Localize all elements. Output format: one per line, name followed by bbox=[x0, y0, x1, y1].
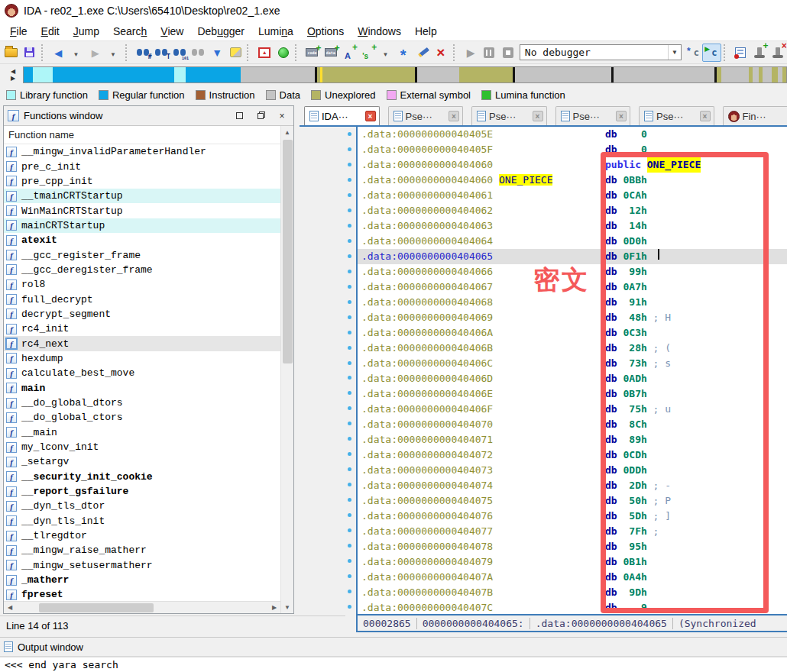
function-row[interactable]: __do_global_ctors bbox=[4, 410, 280, 425]
menu-item-edit[interactable]: Edit bbox=[34, 23, 66, 40]
function-row[interactable]: __mingw_invalidParameterHandler bbox=[4, 144, 280, 159]
listing-line[interactable]: .data:000000000040406Ddb 0ADh bbox=[358, 371, 787, 386]
function-row[interactable]: mainCRTStartup bbox=[4, 218, 280, 233]
back-history-dropdown-button[interactable] bbox=[67, 44, 86, 62]
search-immediate-button[interactable]: # bbox=[134, 44, 152, 62]
tab-close-icon[interactable] bbox=[616, 111, 627, 121]
run-to-cursor-button[interactable] bbox=[702, 44, 721, 62]
horizontal-scrollbar[interactable]: ◀ ▶ bbox=[4, 601, 280, 613]
debugger-select[interactable]: No debugger bbox=[520, 44, 682, 60]
listing-line[interactable]: .data:000000000040405Edb 0 bbox=[358, 127, 787, 142]
create-name-button[interactable] bbox=[340, 44, 358, 62]
function-row[interactable]: main bbox=[4, 381, 280, 396]
function-row[interactable]: __gcc_register_frame bbox=[4, 247, 280, 262]
listing-line[interactable]: .data:0000000000404067db 0A7h bbox=[358, 279, 787, 295]
function-row[interactable]: __tmainCRTStartup bbox=[4, 189, 280, 203]
function-row[interactable]: __mingw_raise_matherr bbox=[4, 543, 280, 557]
listing-line[interactable]: .data:000000000040406Adb 0C3h bbox=[358, 325, 787, 341]
listing-line[interactable]: .data:000000000040406Bdb 28h ; ( bbox=[358, 341, 787, 356]
function-row[interactable]: __main bbox=[4, 425, 280, 440]
vertical-scrollbar[interactable]: ▲ ▼ bbox=[280, 126, 293, 613]
listing-line[interactable]: .data:0000000000404060 ONE_PIECEdb 0BBh bbox=[358, 173, 787, 188]
navband-scroll-arrows[interactable]: ◀▶ bbox=[7, 68, 19, 82]
search-next-button[interactable] bbox=[189, 44, 208, 62]
attach-to-process-button[interactable] bbox=[684, 44, 702, 62]
navigate-forward-button[interactable] bbox=[86, 44, 105, 62]
tab-pse[interactable]: Pse··· bbox=[471, 106, 547, 125]
breakpoint-add-button[interactable] bbox=[750, 44, 768, 62]
close-button[interactable]: × bbox=[274, 109, 290, 123]
breakpoint-list-button[interactable] bbox=[731, 44, 750, 62]
vscroll-thumb[interactable] bbox=[283, 140, 293, 363]
menu-item-lumina[interactable]: Lumina bbox=[251, 23, 300, 40]
tab-close-icon[interactable] bbox=[533, 111, 543, 121]
menu-item-help[interactable]: Help bbox=[408, 23, 444, 40]
highlight-lock-button[interactable] bbox=[226, 44, 245, 62]
listing-line[interactable]: .data:000000000040407Cdb 9 bbox=[358, 600, 787, 614]
hscroll-thumb[interactable] bbox=[39, 603, 154, 612]
listing-line[interactable]: .data:0000000000404066db 99h bbox=[358, 264, 787, 279]
function-row[interactable]: __tlregdtor bbox=[4, 528, 280, 543]
function-row[interactable]: _matherr bbox=[4, 573, 280, 587]
debugger-stop-button[interactable] bbox=[499, 44, 517, 62]
listing-line[interactable]: .data:0000000000404072db 0CDh bbox=[358, 447, 787, 463]
listing-line[interactable]: .data:0000000000404061db 0CAh bbox=[358, 188, 787, 203]
restore-button[interactable] bbox=[252, 109, 269, 123]
maximize-button[interactable] bbox=[231, 109, 248, 123]
open-file-button[interactable] bbox=[2, 44, 20, 62]
menu-item-view[interactable]: View bbox=[154, 23, 190, 40]
listing-line[interactable]: .data:0000000000404070db 8Ch bbox=[358, 417, 787, 432]
listing-line[interactable]: .data:0000000000404074db 2Dh ; - bbox=[358, 478, 787, 493]
function-row[interactable]: decrypt_segment bbox=[4, 307, 280, 321]
create-data-button[interactable] bbox=[322, 44, 340, 62]
navigation-band[interactable] bbox=[23, 66, 787, 83]
function-row[interactable]: __mingw_setusermatherr bbox=[4, 558, 280, 573]
function-name-column-header[interactable]: Function name bbox=[4, 126, 280, 144]
listing-line[interactable]: .data:0000000000404078db 95h bbox=[358, 539, 787, 554]
tab-close-icon[interactable] bbox=[365, 111, 376, 121]
tab-close-icon[interactable] bbox=[700, 111, 711, 121]
problems-list-button[interactable] bbox=[255, 44, 274, 62]
forward-history-dropdown-button[interactable] bbox=[105, 44, 123, 62]
menu-item-debugger[interactable]: Debugger bbox=[190, 23, 251, 40]
listing-line[interactable]: .data:000000000040406Edb 0B7h bbox=[358, 386, 787, 402]
disassembly-listing[interactable]: .data:000000000040405Edb 0.data:00000000… bbox=[356, 127, 787, 614]
jump-to-address-button[interactable] bbox=[208, 44, 226, 62]
listing-line[interactable]: .data:0000000000404062db 12h bbox=[358, 203, 787, 218]
create-struct-button[interactable] bbox=[396, 44, 414, 62]
function-row[interactable]: pre_c_init bbox=[4, 159, 280, 173]
function-row[interactable]: __dyn_tls_dtor bbox=[4, 499, 280, 513]
lumina-status-button[interactable] bbox=[274, 44, 292, 62]
listing-line[interactable]: .data:0000000000404077db 7Fh ; bbox=[358, 524, 787, 539]
menu-item-jump[interactable]: Jump bbox=[66, 23, 106, 40]
function-row[interactable]: _setargv bbox=[4, 454, 280, 469]
menu-item-options[interactable]: Options bbox=[300, 23, 351, 40]
function-row[interactable]: full_decrypt bbox=[4, 292, 280, 306]
debugger-pause-button[interactable] bbox=[480, 44, 498, 62]
listing-line[interactable]: .data:0000000000404068db 91h bbox=[358, 295, 787, 310]
listing-line[interactable]: .data:0000000000404065db 0F1h bbox=[358, 249, 787, 264]
listing-line[interactable]: .data:0000000000404073db 0DDh bbox=[358, 463, 787, 478]
listing-line[interactable]: .data:000000000040407Adb 0A4h bbox=[358, 570, 787, 585]
function-row[interactable]: fpreset bbox=[4, 587, 280, 601]
output-window-titlebar[interactable]: Output window bbox=[0, 637, 787, 657]
listing-line[interactable]: .data:000000000040406Cdb 73h ; s bbox=[358, 356, 787, 371]
function-row[interactable]: WinMainCRTStartup bbox=[4, 203, 280, 218]
menu-item-windows[interactable]: Windows bbox=[351, 23, 408, 40]
tab-pse[interactable]: Pse··· bbox=[555, 106, 631, 125]
undefine-button[interactable] bbox=[432, 44, 451, 62]
tab-pse[interactable]: Pse··· bbox=[388, 106, 464, 125]
debugger-start-button[interactable] bbox=[462, 44, 480, 62]
function-row[interactable]: calculate_best_move bbox=[4, 366, 280, 380]
listing-line[interactable]: .data:0000000000404060public ONE_PIECE bbox=[358, 157, 787, 173]
function-row[interactable]: __gcc_deregister_frame bbox=[4, 263, 280, 277]
function-row[interactable]: atexit bbox=[4, 233, 280, 247]
listing-line[interactable]: .data:0000000000404075db 50h ; P bbox=[358, 493, 787, 509]
tab-pse[interactable]: Pse··· bbox=[639, 106, 714, 125]
string-type-dropdown-button[interactable] bbox=[377, 44, 395, 62]
function-row[interactable]: rc4_init bbox=[4, 321, 280, 336]
function-row[interactable]: pre_cpp_init bbox=[4, 174, 280, 189]
output-window-content[interactable]: <<< end yara search bbox=[0, 657, 787, 672]
tab-ida[interactable]: IDA··· bbox=[304, 106, 380, 125]
create-string-button[interactable] bbox=[358, 44, 377, 62]
